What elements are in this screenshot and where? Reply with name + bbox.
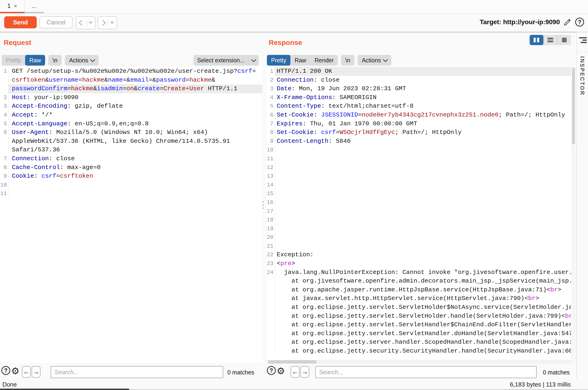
request-actions-button[interactable]: Actions: [65, 55, 99, 66]
code-line: 17: [267, 207, 571, 216]
forward-dropdown-icon[interactable]: [110, 22, 114, 24]
tab-more[interactable]: ...: [25, 0, 44, 13]
response-vertical-scrollbar[interactable]: [572, 67, 576, 363]
line-number: 7: [0, 154, 9, 163]
code-line: 7Connection: close: [0, 154, 262, 163]
line-text: [275, 172, 571, 181]
request-tab-pretty[interactable]: Pretty: [2, 55, 25, 66]
repeater-toolbar: Send Cancel Target: http://your-ip:9090 …: [0, 13, 588, 32]
line-number: 6: [0, 128, 9, 137]
status-bar: Done 6,183 bytes | 113 millis: [0, 379, 588, 389]
search-prev-button[interactable]: ←: [291, 366, 299, 378]
tab-more-label: ...: [32, 2, 37, 9]
arrow-left-icon: ←: [23, 368, 30, 376]
question-icon: ?: [575, 18, 584, 27]
search-settings-icon[interactable]: ⚙: [11, 366, 20, 376]
tab-close-icon[interactable]: ×: [14, 3, 17, 9]
edit-target-button[interactable]: [563, 17, 572, 27]
chevron-down-icon: [383, 57, 388, 62]
line-text: [275, 207, 571, 216]
code-line: passwordConfirm=hackme&isadmin=on&create…: [0, 84, 262, 93]
inspector-title[interactable]: INSPECTOR: [579, 56, 585, 96]
inspector-collapse-icon[interactable]: [579, 37, 587, 43]
request-view-tabs: Pretty Raw \n Actions: [2, 55, 99, 66]
response-tab-pretty[interactable]: Pretty: [267, 55, 290, 66]
response-horizontal-scrollbar[interactable]: [267, 360, 571, 364]
request-search-bar: ? ⚙ ← → 0 matches: [0, 366, 262, 379]
code-line: 15: [267, 189, 571, 198]
line-text: Date: Mon, 19 Jun 2023 02:28:31 GMT: [275, 84, 571, 93]
response-tab-raw[interactable]: Raw: [290, 55, 310, 66]
history-forward-button[interactable]: [98, 16, 117, 29]
line-text: Connection: close: [275, 76, 571, 85]
request-tab-newline[interactable]: \n: [48, 55, 62, 66]
line-text: [275, 163, 571, 172]
line-text: [9, 189, 262, 198]
layout-rows-button[interactable]: [543, 35, 557, 45]
line-number: 8: [0, 163, 9, 172]
response-editor[interactable]: 1HTTP/1.1 200 OK2Connection: close3Date:…: [267, 67, 571, 363]
line-text: Exception:: [275, 250, 571, 259]
layout-columns-button[interactable]: [530, 35, 543, 45]
layout-single-button[interactable]: [557, 35, 571, 45]
line-number: [267, 338, 275, 347]
line-text: Safari/537.36: [9, 146, 262, 154]
line-number: 3: [267, 84, 275, 93]
code-line: 24 java.lang.NullPointerException: Canno…: [267, 268, 571, 277]
search-help-button[interactable]: ?: [267, 366, 276, 375]
back-dropdown-icon[interactable]: [89, 22, 92, 24]
search-help-button[interactable]: ?: [1, 366, 10, 375]
arrow-right-icon: →: [302, 368, 308, 376]
tab-1[interactable]: 1 ×: [0, 0, 25, 13]
request-search-input[interactable]: [51, 366, 223, 378]
help-button[interactable]: ?: [575, 17, 585, 27]
search-prev-button[interactable]: ←: [22, 366, 31, 378]
search-next-button[interactable]: →: [300, 366, 309, 378]
code-line: 21: [267, 242, 571, 251]
response-tab-render[interactable]: Render: [310, 55, 338, 66]
layout-switcher: [530, 35, 571, 45]
code-line: 6User-Agent: Mozilla/5.0 (Windows NT 10.…: [0, 128, 262, 137]
code-line: 2Connection: close: [267, 76, 571, 85]
single-pane-icon: [562, 38, 567, 42]
question-icon: ?: [267, 366, 276, 375]
target-label: Target: http://your-ip:9090: [480, 18, 560, 26]
line-number: 10: [0, 181, 9, 190]
code-line: 10: [0, 181, 262, 190]
search-settings-icon[interactable]: ⚙: [277, 366, 285, 376]
search-next-button[interactable]: →: [32, 366, 41, 378]
line-number: 12: [267, 163, 275, 172]
line-number: [0, 84, 9, 93]
response-tab-newline[interactable]: \n: [341, 55, 354, 66]
line-text: [275, 224, 571, 233]
panel-splitter-grip[interactable]: [263, 201, 264, 209]
request-editor[interactable]: 1GET /setup/setup-s/%u002e%u002e/%u002e%…: [0, 67, 262, 363]
code-line: 9Cookie: csrf=csrftoken: [0, 172, 262, 181]
line-text: Host: your-ip:9090: [9, 93, 262, 102]
cancel-button[interactable]: Cancel: [40, 16, 73, 28]
response-search-input[interactable]: [315, 366, 537, 378]
code-line: 13: [267, 172, 571, 181]
line-number: [267, 320, 275, 329]
request-tab-raw[interactable]: Raw: [25, 55, 45, 66]
chevron-right-icon: [100, 20, 106, 26]
line-number: [0, 137, 9, 146]
line-number: [267, 277, 275, 286]
line-number: 5: [0, 120, 9, 128]
line-number: [267, 294, 275, 303]
history-back-button[interactable]: [76, 16, 95, 29]
inspector-divider: [577, 52, 588, 52]
line-number: 23: [267, 259, 275, 268]
select-extension-dropdown[interactable]: Select extension...: [193, 55, 259, 66]
columns-icon: [534, 38, 536, 42]
line-number: 4: [0, 111, 9, 120]
code-line: Safari/537.36: [0, 146, 262, 154]
select-extension-label: Select extension...: [193, 57, 248, 64]
response-search-matches: 0 matches: [543, 366, 570, 379]
code-line: 14: [267, 181, 571, 190]
response-actions-button[interactable]: Actions: [358, 55, 391, 66]
code-line: 20: [267, 233, 571, 242]
send-button[interactable]: Send: [4, 16, 37, 28]
line-text: at org.jivesoftware.openfire.admin.decor…: [275, 277, 571, 286]
line-text: X-Frame-Options: SAMEORIGIN: [275, 93, 571, 102]
